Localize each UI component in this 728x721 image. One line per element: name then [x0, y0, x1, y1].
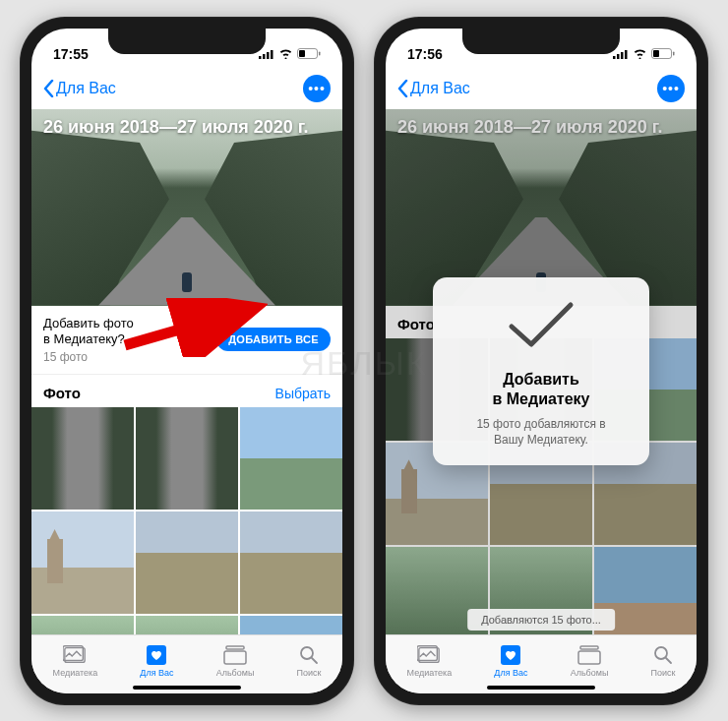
photo-thumb[interactable]: [31, 407, 134, 510]
nav-bar: Для Вас •••: [31, 68, 342, 109]
svg-rect-3: [271, 50, 273, 59]
cellular-icon: [259, 49, 274, 59]
prompt-count: 15 фото: [43, 350, 134, 364]
back-label: Для Вас: [410, 80, 470, 97]
svg-rect-18: [625, 50, 628, 59]
library-icon: [417, 645, 441, 665]
modal-title: Добавитьв Медиатеку: [449, 370, 634, 411]
library-icon: [63, 645, 87, 665]
notch: [108, 29, 266, 54]
tab-search[interactable]: Поиск: [651, 644, 676, 678]
tab-label: Для Вас: [494, 668, 527, 678]
svg-line-28: [666, 658, 671, 663]
tab-albums[interactable]: Альбомы: [571, 644, 609, 678]
svg-rect-5: [299, 50, 305, 57]
tab-label: Альбомы: [216, 668, 255, 678]
tab-label: Медиатека: [53, 668, 98, 678]
battery-icon: [651, 48, 675, 59]
more-button[interactable]: •••: [303, 75, 331, 102]
content-area: 26 июня 2018—27 июля 2020 г. Добавить фо…: [31, 109, 342, 634]
search-icon: [299, 645, 319, 665]
photo-thumb[interactable]: [136, 407, 238, 510]
svg-rect-25: [580, 646, 598, 649]
photos-section-header: Фото Выбрать: [31, 374, 342, 407]
screen-left: 17:55 Для Вас ••• 26 июня 2018—27 июля 2…: [31, 29, 342, 693]
notch: [462, 29, 620, 54]
back-label: Для Вас: [56, 80, 116, 97]
confirmation-modal: Добавитьв Медиатеку 15 фото добавляются …: [433, 277, 649, 466]
svg-rect-16: [617, 54, 620, 59]
heart-card-icon: [146, 644, 167, 666]
select-button[interactable]: Выбрать: [275, 386, 331, 401]
hero-title: 26 июня 2018—27 июля 2020 г.: [43, 117, 331, 138]
modal-subtitle: 15 фото добавляются вВашу Медиатеку.: [449, 416, 634, 448]
photo-thumb[interactable]: [240, 407, 342, 510]
home-indicator[interactable]: [487, 686, 595, 690]
svg-rect-26: [578, 651, 600, 664]
hero-image[interactable]: 26 июня 2018—27 июля 2020 г.: [31, 109, 342, 306]
tab-library[interactable]: Медиатека: [407, 644, 453, 678]
phone-right: 17:56 Для Вас ••• 26 июня 2018—27 июля 2…: [374, 17, 708, 705]
battery-icon: [297, 48, 321, 59]
svg-rect-17: [621, 52, 624, 59]
back-button[interactable]: Для Вас: [43, 80, 116, 97]
add-all-button[interactable]: ДОБАВИТЬ ВСЕ: [216, 328, 331, 351]
svg-rect-10: [226, 646, 244, 649]
tab-label: Альбомы: [571, 668, 609, 678]
chevron-left-icon: [43, 80, 54, 97]
status-icons: [613, 48, 675, 59]
svg-point-27: [655, 647, 667, 659]
tab-label: Медиатека: [407, 668, 453, 678]
svg-rect-11: [224, 651, 246, 664]
svg-point-12: [301, 647, 313, 659]
status-time: 17:55: [53, 46, 89, 62]
tab-search[interactable]: Поиск: [297, 644, 322, 678]
photo-thumb[interactable]: [136, 511, 238, 614]
svg-rect-1: [263, 54, 266, 59]
tab-for-you[interactable]: Для Вас: [140, 644, 173, 678]
nav-bar: Для Вас •••: [386, 68, 697, 109]
prompt-text: Добавить фотов Медиатеку?: [43, 316, 134, 349]
search-icon: [653, 645, 673, 665]
tab-label: Поиск: [651, 668, 676, 678]
albums-icon: [223, 645, 247, 665]
modal-backdrop: Добавитьв Медиатеку 15 фото добавляются …: [386, 109, 697, 634]
screen-right: 17:56 Для Вас ••• 26 июня 2018—27 июля 2…: [386, 29, 697, 693]
cellular-icon: [613, 49, 629, 59]
status-time: 17:56: [407, 46, 443, 62]
tab-label: Поиск: [297, 668, 322, 678]
photo-thumb[interactable]: [31, 616, 134, 633]
photo-thumb[interactable]: [31, 511, 134, 614]
svg-rect-6: [319, 52, 321, 56]
tab-bar: Медиатека Для Вас Альбомы Поиск: [386, 634, 697, 693]
photo-thumb[interactable]: [136, 616, 238, 633]
svg-rect-15: [613, 56, 616, 59]
ellipsis-icon: •••: [662, 82, 680, 95]
more-button[interactable]: •••: [657, 75, 685, 102]
back-button[interactable]: Для Вас: [397, 80, 470, 97]
wifi-icon: [278, 48, 293, 59]
photo-thumb[interactable]: [240, 511, 342, 614]
progress-toast: Добавляются 15 фото...: [467, 609, 615, 631]
photo-grid: [31, 407, 342, 633]
heart-card-icon: [500, 644, 521, 666]
tab-bar: Медиатека Для Вас Альбомы Поиск: [31, 634, 342, 693]
wifi-icon: [633, 48, 647, 59]
phone-left: 17:55 Для Вас ••• 26 июня 2018—27 июля 2…: [20, 17, 354, 705]
photo-thumb[interactable]: [240, 616, 342, 633]
tab-label: Для Вас: [140, 668, 173, 678]
svg-rect-20: [653, 50, 659, 57]
content-area: 26 июня 2018—27 июля 2020 г. Фото: [386, 109, 697, 634]
tab-library[interactable]: Медиатека: [53, 644, 98, 678]
svg-rect-2: [267, 52, 270, 59]
tab-for-you[interactable]: Для Вас: [494, 644, 527, 678]
tab-albums[interactable]: Альбомы: [216, 644, 255, 678]
add-prompt-bar: Добавить фотов Медиатеку? 15 фото ДОБАВИ…: [31, 306, 342, 375]
status-icons: [259, 48, 321, 59]
home-indicator[interactable]: [133, 686, 241, 690]
svg-rect-21: [673, 52, 675, 56]
checkmark-icon: [506, 299, 576, 352]
svg-rect-0: [259, 56, 262, 59]
ellipsis-icon: •••: [308, 82, 326, 95]
chevron-left-icon: [397, 80, 408, 97]
